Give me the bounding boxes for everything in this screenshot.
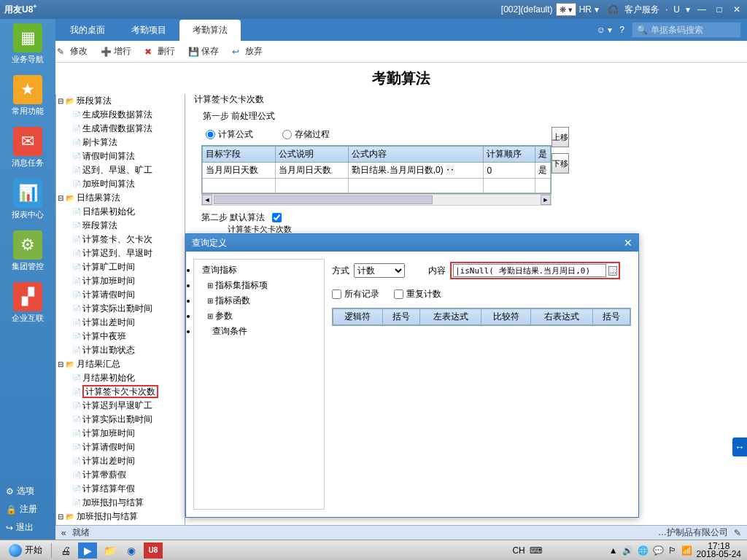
delete-row-button[interactable]: ✖删行	[144, 45, 175, 58]
tree-node[interactable]: 班段算法	[82, 220, 117, 230]
col-rexpr[interactable]: 右表达式	[531, 309, 592, 325]
hr-dropdown-icon[interactable]: ▾	[595, 4, 599, 15]
tree-node[interactable]: 计算请假时间	[82, 442, 135, 452]
maximize-button[interactable]: □	[713, 4, 725, 15]
col-logic[interactable]: 逻辑符	[333, 309, 383, 325]
radio-formula[interactable]: 计算公式	[206, 128, 253, 141]
col-desc[interactable]: 公式说明	[276, 147, 349, 163]
ellipsis-button[interactable]: ‥	[446, 165, 454, 175]
tray-icon[interactable]: 💬	[653, 545, 664, 556]
tray-icon[interactable]: ▲	[609, 545, 618, 556]
tree-node-selected[interactable]: 计算签卡欠卡次数	[82, 385, 158, 398]
tree-node[interactable]: 生成班段数据算法	[82, 109, 152, 120]
user-icon[interactable]: ☺ ▾	[597, 25, 613, 35]
tree-node[interactable]: 月结果汇总	[77, 359, 120, 369]
search-box[interactable]: 🔍 单据条码搜索	[632, 22, 741, 38]
condition-grid[interactable]: 逻辑符 括号 左表达式 比较符 右表达式 括号	[332, 308, 631, 326]
save-button[interactable]: 💾保存	[188, 45, 219, 58]
tree-node[interactable]: 计算实际出勤时间	[82, 303, 152, 314]
start-button[interactable]: 开始	[3, 542, 48, 559]
add-row-button[interactable]: ➕增行	[101, 45, 131, 58]
discard-button[interactable]: ↩放弃	[232, 45, 263, 58]
sidebar-item-nav[interactable]: ▦业务导航	[4, 23, 51, 65]
all-records-checkbox[interactable]: 所有记录	[332, 288, 379, 300]
tree-node[interactable]: 计算出差时间	[82, 456, 135, 466]
cell-order[interactable]: 0	[484, 163, 535, 179]
col-end[interactable]: 是	[535, 147, 551, 163]
sidebar-item-fav[interactable]: ★常用功能	[4, 75, 51, 117]
cell-content[interactable]: 勤日结果.当月周日数,0) ‥	[349, 163, 484, 179]
col-content[interactable]: 公式内容	[349, 147, 484, 163]
tree-node[interactable]: 迟到、早退、旷工	[82, 165, 152, 175]
dialog-tree[interactable]: 查询指标 指标集指标项 指标函数 参数 查询条件	[193, 259, 325, 510]
hscrollbar[interactable]: ◄ ►	[201, 194, 551, 206]
tray-icon[interactable]: 🔊	[622, 545, 633, 556]
tree-node[interactable]: 计算旷工时间	[82, 262, 135, 272]
tree-node[interactable]: 计算迟到、早退时	[82, 248, 152, 258]
sidebar-item-group[interactable]: ⚙集团管控	[4, 230, 51, 272]
tab-algorithm[interactable]: 考勤算法	[179, 20, 241, 41]
tree-node[interactable]: 计算实际出勤时间	[82, 414, 152, 424]
tree-node[interactable]: 生成请假数据算法	[82, 123, 152, 133]
tree-node[interactable]: 计算带薪假	[82, 470, 126, 480]
context-combo[interactable]: ❋ ▾	[556, 3, 576, 16]
tree-node[interactable]: 计算迟到早退旷工	[82, 400, 152, 411]
task-icon-u8[interactable]: U8	[144, 542, 163, 559]
teamviewer-badge[interactable]: ↔	[732, 438, 747, 456]
tree-node[interactable]: 日结果算法	[77, 192, 120, 203]
dialog-titlebar[interactable]: 查询定义 ✕	[186, 234, 638, 252]
dlg-tree-node[interactable]: 指标函数	[197, 293, 321, 308]
radio-proc[interactable]: 存储过程	[282, 128, 330, 141]
lang-indicator[interactable]: CH	[512, 545, 525, 556]
scroll-left-icon[interactable]: ◄	[202, 195, 212, 205]
dlg-tree-node[interactable]: 查询指标	[197, 262, 321, 278]
dup-count-checkbox[interactable]: 重复计数	[394, 288, 441, 300]
content-browse-button[interactable]: …	[608, 266, 617, 276]
tree-node[interactable]: 加班抵扣与结算	[77, 511, 138, 521]
edit-status-icon[interactable]: ✎	[734, 528, 741, 538]
task-icon-explorer[interactable]: 📁	[100, 542, 119, 559]
scroll-right-icon[interactable]: ►	[541, 195, 551, 205]
task-icon-printer[interactable]: 🖨	[56, 542, 75, 559]
formula-grid[interactable]: 目标字段 公式说明 公式内容 计算顺序 是 当月周日天数 当月周日天数 勤日结果…	[201, 145, 551, 194]
tree-node[interactable]: 加班时间算法	[82, 179, 135, 189]
content-input[interactable]	[453, 264, 606, 277]
cell-desc[interactable]: 当月周日天数	[276, 163, 349, 179]
close-button[interactable]: ✕	[731, 4, 743, 15]
tray-icon[interactable]: 📶	[681, 545, 692, 556]
tree-node[interactable]: 计算出勤状态	[82, 345, 135, 355]
col-lparen[interactable]: 括号	[382, 309, 419, 325]
col-rparen[interactable]: 括号	[592, 309, 630, 325]
tree-node[interactable]: 班段算法	[77, 96, 112, 106]
move-down-button[interactable]: 下移	[551, 153, 569, 174]
move-up-button[interactable]: 上移	[551, 127, 569, 147]
tree-node[interactable]: 计算签卡、欠卡次	[82, 234, 152, 244]
col-cmp[interactable]: 比较符	[481, 309, 531, 325]
tree-node[interactable]: 计算结算年假	[82, 483, 135, 494]
tree-node[interactable]: 计算加班时间	[82, 276, 135, 286]
help-icon[interactable]: ?	[619, 25, 624, 35]
tree-node[interactable]: 刷卡算法	[82, 137, 117, 147]
tree-node[interactable]: 计算出差时间	[82, 317, 135, 327]
scroll-thumb[interactable]	[214, 195, 433, 204]
dlg-tree-node[interactable]: 查询条件	[197, 324, 321, 339]
customer-service-link[interactable]: 客户服务	[624, 4, 659, 16]
col-lexpr[interactable]: 左表达式	[420, 309, 481, 325]
radio-formula-input[interactable]	[206, 130, 215, 139]
u-menu[interactable]: U	[673, 4, 680, 15]
sidebar-item-enterprise[interactable]: ▞企业互联	[4, 282, 51, 324]
register-link[interactable]: 🔒注册	[0, 500, 55, 518]
col-order[interactable]: 计算顺序	[484, 147, 535, 163]
sidebar-item-msg[interactable]: ✉消息任务	[4, 127, 51, 168]
task-icon-teamviewer[interactable]: ◉	[122, 542, 141, 559]
task-icon-ps[interactable]: ▶	[78, 542, 97, 559]
dlg-tree-node[interactable]: 参数	[197, 308, 321, 324]
u-dropdown-icon[interactable]: ▾	[686, 4, 690, 15]
tree-node[interactable]: 请假时间算法	[82, 151, 135, 161]
tab-desktop[interactable]: 我的桌面	[57, 20, 118, 41]
tree-node[interactable]: 计算请假时间	[82, 289, 135, 300]
tree-node[interactable]: 月结果初始化	[82, 373, 135, 383]
grid-row[interactable]: 当月周日天数 当月周日天数 勤日结果.当月周日数,0) ‥ 0 是	[203, 163, 551, 179]
tray-icon[interactable]: 🏳	[668, 545, 677, 556]
radio-proc-input[interactable]	[282, 130, 292, 139]
